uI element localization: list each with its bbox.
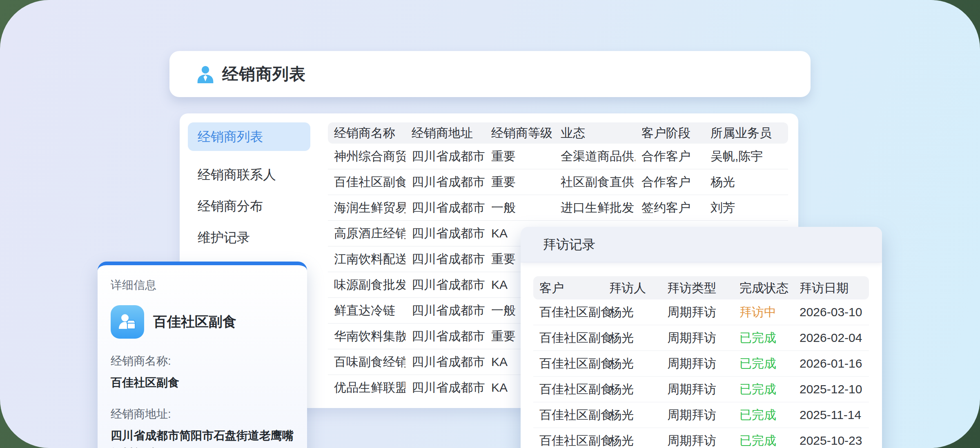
cell-visitor: 杨光 (603, 428, 661, 448)
status-badge: 已完成 (733, 325, 793, 350)
desktop-backdrop: 经销商列表 经销商列表经销商联系人经销商分布维护记录 经销商名称经销商地址经销商… (0, 0, 980, 448)
distributor-name: 百佳社区副食 (153, 313, 236, 331)
table-row[interactable]: 百佳社区副食 杨光 周期拜访 已完成 2025-12-10 (533, 377, 869, 402)
cell-visitor: 杨光 (603, 325, 661, 350)
cell-address: 四川省成都市... (405, 272, 485, 297)
status-badge: 拜访中 (733, 299, 793, 325)
detail-header: 百佳社区副食 (111, 305, 304, 339)
column-header: 完成状态 (733, 276, 793, 299)
cell-name: 味源副食批发 (328, 272, 405, 297)
cell-date: 2025-11-14 (793, 402, 869, 428)
status-badge: 已完成 (733, 377, 793, 402)
cell-stage: 合作客户 (635, 144, 704, 169)
cell-date: 2026-01-16 (793, 351, 869, 376)
cell-date: 2025-12-10 (793, 377, 869, 402)
table-row[interactable]: 百佳社区副食 杨光 周期拜访 拜访中 2026-03-10 (533, 299, 869, 325)
table-row[interactable]: 百佳社区副食 杨光 周期拜访 已完成 2025-11-14 (533, 402, 869, 428)
column-header: 经销商等级 (485, 122, 555, 144)
cell-type: 周期拜访 (661, 325, 733, 350)
cell-name: 神州综合商贸 (328, 144, 405, 169)
cell-business: 进口生鲜批发 (555, 195, 635, 220)
column-header: 经销商名称 (328, 122, 405, 144)
sidebar-item[interactable]: 经销商列表 (188, 122, 310, 151)
cell-name: 海润生鲜贸易 (328, 195, 405, 220)
detail-fields: 经销商名称: 百佳社区副食 经销商地址: 四川省成都市简阳市石盘街道老鹰嘴简州新… (111, 353, 304, 448)
cell-agent: 刘芳 (704, 195, 788, 220)
cell-name: 优品生鲜联盟 (328, 375, 405, 400)
table-row[interactable]: 海润生鲜贸易 四川省成都市.. 一般 进口生鲜批发 签约客户 刘芳 (328, 195, 788, 221)
column-header: 所属业务员 (704, 122, 788, 144)
cell-visitor: 杨光 (603, 402, 661, 428)
cell-visitor: 杨光 (603, 377, 661, 402)
cell-type: 周期拜访 (661, 299, 733, 325)
sidebar-item[interactable]: 经销商联系人 (188, 159, 310, 191)
column-header: 客户 (533, 276, 603, 299)
field-label: 经销商地址: (111, 406, 304, 422)
status-badge: 已完成 (733, 428, 793, 448)
cell-name: 百味副食经销 (328, 349, 405, 375)
cell-address: 四川省成都市... (405, 324, 485, 349)
cell-address: 四川省成都市... (405, 169, 485, 195)
column-header: 拜访类型 (661, 276, 733, 299)
cell-grade: 重要 (485, 144, 555, 169)
sidebar-item[interactable]: 经销商分布 (188, 191, 310, 222)
cell-visitor: 杨光 (603, 299, 661, 325)
cell-agent: 杨光 (704, 169, 788, 195)
detail-panel: 详细信息 百佳社区副食 经销商名称: 百佳社区副食 (98, 262, 307, 448)
cell-name: 华南饮料集散 (328, 324, 405, 349)
column-header: 客户阶段 (635, 122, 704, 144)
cell-type: 周期拜访 (661, 402, 733, 428)
field-value: 四川省成都市简阳市石盘街道老鹰嘴简州新城 (111, 427, 304, 448)
cell-customer: 百佳社区副食 (533, 325, 603, 350)
person-icon (196, 64, 215, 84)
cell-type: 周期拜访 (661, 428, 733, 448)
table-row[interactable]: 百佳社区副食 杨光 周期拜访 已完成 2026-01-16 (533, 351, 869, 377)
cell-customer: 百佳社区副食 (533, 351, 603, 376)
cell-agent: 吴帆,陈宇 (704, 144, 788, 169)
cell-name: 百佳社区副食 (328, 169, 405, 195)
sidebar: 经销商列表经销商联系人经销商分布维护记录 (188, 122, 310, 253)
field-value: 百佳社区副食 (111, 374, 304, 392)
table-row[interactable]: 百佳社区副食 杨光 周期拜访 已完成 2026-02-04 (533, 325, 869, 351)
detail-panel-title: 详细信息 (111, 277, 304, 293)
cell-grade: 一般 (485, 195, 555, 220)
column-header: 拜访日期 (793, 276, 869, 299)
cell-name: 江南饮料配送 (328, 246, 405, 272)
detail-field: 经销商名称: 百佳社区副食 (111, 353, 304, 392)
page-title: 经销商列表 (222, 63, 306, 85)
cell-address: 四川省成都市... (405, 246, 485, 272)
sidebar-item[interactable]: 维护记录 (188, 222, 310, 253)
app-page: 经销商列表 经销商列表经销商联系人经销商分布维护记录 经销商名称经销商地址经销商… (0, 0, 980, 448)
cell-address: 四川省成都市... (405, 298, 485, 323)
table-row[interactable]: 百佳社区副食 四川省成都市... 重要 社区副食直供 合作客户 杨光 (328, 169, 788, 195)
cell-address: 四川省成都市.. (405, 195, 485, 220)
visit-table: 客户拜访人拜访类型完成状态拜访日期 百佳社区副食 杨光 周期拜访 拜访中 202… (533, 276, 869, 448)
cell-name: 高原酒庄经销 (328, 221, 405, 246)
status-badge: 已完成 (733, 402, 793, 428)
table-row[interactable]: 神州综合商贸 四川省成都市... 重要 全渠道商品供应 合作客户 吴帆,陈宇 (328, 144, 788, 169)
cell-date: 2026-02-04 (793, 325, 869, 350)
cell-customer: 百佳社区副食 (533, 428, 603, 448)
cell-business: 社区副食直供 (555, 169, 635, 195)
cell-name: 鲜直达冷链 (328, 298, 405, 323)
cell-date: 2026-03-10 (793, 299, 869, 325)
cell-date: 2025-10-23 (793, 428, 869, 448)
cell-visitor: 杨光 (603, 351, 661, 376)
distributor-app-icon (111, 305, 144, 339)
cell-type: 周期拜访 (661, 377, 733, 402)
cell-customer: 百佳社区副食 (533, 299, 603, 325)
cell-business: 全渠道商品供应 (555, 144, 635, 169)
field-label: 经销商名称: (111, 353, 304, 369)
cell-customer: 百佳社区副食 (533, 402, 603, 428)
column-header: 经销商地址 (405, 122, 485, 144)
table-row[interactable]: 百佳社区副食 杨光 周期拜访 已完成 2025-10-23 (533, 428, 869, 448)
column-header: 拜访人 (603, 276, 661, 299)
cell-address: 四川省成都市... (405, 375, 485, 400)
page-header: 经销商列表 (169, 51, 811, 97)
distributor-table-header: 经销商名称经销商地址经销商等级业态客户阶段所属业务员 (328, 122, 788, 144)
cell-type: 周期拜访 (661, 351, 733, 376)
visit-records-panel: 拜访记录 客户拜访人拜访类型完成状态拜访日期 百佳社区副食 杨光 周期拜访 拜访… (521, 227, 882, 448)
visit-table-body: 百佳社区副食 杨光 周期拜访 拜访中 2026-03-10 百佳社区副食 杨光 … (533, 299, 869, 448)
cell-stage: 签约客户 (635, 195, 704, 220)
column-header: 业态 (555, 122, 635, 144)
